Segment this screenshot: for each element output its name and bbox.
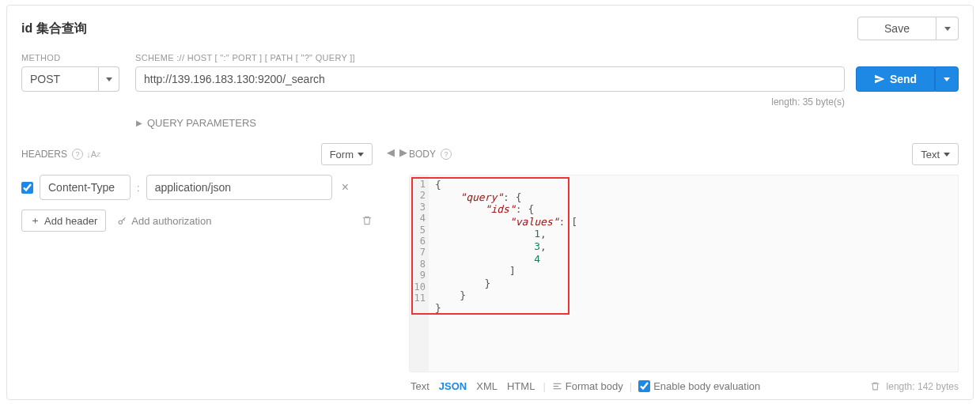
method-value[interactable]: POST: [21, 66, 99, 92]
svg-point-0: [119, 220, 122, 223]
save-button-group: Save: [857, 17, 959, 40]
headers-label: HEADERS: [21, 149, 67, 160]
enable-body-eval-label: Enable body evaluation: [653, 380, 760, 392]
add-authorization-label: Add authorization: [131, 215, 211, 227]
collapse-left-button[interactable]: ◀: [384, 146, 397, 158]
caret-down-icon: [944, 27, 951, 31]
columns: HEADERS ? ↓AZ Form : × ＋ Add h: [21, 143, 959, 392]
caret-down-icon: [944, 77, 950, 81]
sort-icon[interactable]: ↓AZ: [88, 149, 99, 160]
caret-down-icon: [944, 153, 950, 157]
body-format-xml[interactable]: XML: [475, 380, 499, 392]
caret-down-icon: [358, 153, 364, 157]
body-label-group: BODY ?: [409, 149, 452, 160]
line-gutter: 1234567891011: [410, 176, 429, 372]
triangle-right-icon: ▶: [136, 119, 142, 127]
plus-icon: ＋: [30, 213, 40, 228]
header-value-input[interactable]: [146, 175, 332, 200]
method-select-group: POST: [21, 66, 124, 92]
send-icon: [874, 74, 885, 85]
body-format-json[interactable]: JSON: [437, 380, 468, 392]
help-icon[interactable]: ?: [72, 149, 83, 160]
url-length-hint: length: 35 byte(s): [135, 96, 845, 108]
body-section-header: BODY ? Text: [409, 143, 959, 165]
add-header-button[interactable]: ＋ Add header: [21, 210, 106, 232]
body-type-label: Text: [921, 149, 940, 160]
title-row: id 集合查询 Save: [21, 17, 959, 40]
method-col: METHOD POST: [21, 53, 124, 92]
send-label: Send: [890, 73, 917, 85]
align-icon: [552, 381, 562, 391]
send-button[interactable]: Send: [856, 66, 935, 92]
save-button[interactable]: Save: [857, 17, 936, 40]
separator: |: [630, 380, 632, 392]
header-colon: :: [137, 182, 140, 194]
body-length-label: length: 142 bytes: [887, 381, 959, 392]
caret-down-icon: [106, 77, 112, 81]
url-label: SCHEME :// HOST [ ":" PORT ] [ PATH [ "?…: [135, 53, 845, 62]
collapse-right-button[interactable]: ▶: [397, 146, 410, 158]
request-card: id 集合查询 Save METHOD POST SCHEME :// HOST…: [6, 5, 974, 400]
separator: |: [543, 380, 545, 392]
header-key-input[interactable]: [40, 175, 131, 200]
headers-view-dropdown[interactable]: Form: [321, 143, 373, 165]
url-input[interactable]: [135, 66, 845, 92]
body-format-html[interactable]: HTML: [505, 380, 536, 392]
query-parameters-toggle[interactable]: ▶ QUERY PARAMETERS: [136, 117, 959, 129]
header-actions: ＋ Add header Add authorization: [21, 210, 373, 232]
body-footer: Text JSON XML HTML | Format body | Enabl…: [409, 380, 959, 392]
body-editor[interactable]: 1234567891011 { "query": { "ids": { "val…: [409, 175, 959, 372]
header-row: : ×: [21, 175, 373, 200]
send-button-group: Send: [856, 66, 959, 92]
code-content[interactable]: { "query": { "ids": { "values": [ 1, 3, …: [429, 176, 958, 372]
headers-section-header: HEADERS ? ↓AZ Form: [21, 143, 373, 165]
url-row: METHOD POST SCHEME :// HOST [ ":" PORT ]…: [21, 53, 959, 108]
add-authorization-button[interactable]: Add authorization: [117, 215, 211, 227]
clear-body-button[interactable]: [870, 381, 880, 391]
enable-body-eval-checkbox[interactable]: [638, 380, 650, 392]
clear-headers-button[interactable]: [361, 215, 373, 226]
key-icon: [117, 216, 127, 226]
headers-label-group: HEADERS ? ↓AZ: [21, 149, 99, 160]
headers-view-label: Form: [330, 149, 354, 160]
format-body-label: Format body: [566, 380, 623, 392]
body-type-dropdown[interactable]: Text: [912, 143, 959, 165]
trash-icon: [870, 381, 880, 391]
send-dropdown-button[interactable]: [935, 66, 959, 92]
method-dropdown-button[interactable]: [99, 66, 119, 92]
header-enabled-checkbox[interactable]: [21, 182, 33, 194]
add-header-label: Add header: [44, 215, 97, 227]
splitter: ◀ ▶: [385, 143, 409, 392]
trash-icon: [361, 215, 373, 226]
request-title: id 集合查询: [21, 21, 87, 37]
send-spacer: [856, 53, 959, 62]
help-icon[interactable]: ?: [441, 149, 452, 160]
query-parameters-label: QUERY PARAMETERS: [147, 117, 256, 129]
body-format-text[interactable]: Text: [409, 380, 431, 392]
method-label: METHOD: [21, 53, 124, 62]
format-body-button[interactable]: Format body: [552, 380, 623, 392]
body-label: BODY: [409, 149, 436, 160]
save-dropdown-button[interactable]: [936, 17, 959, 40]
body-panel: BODY ? Text 1234567891011 { "query": { "…: [409, 143, 959, 392]
remove-header-button[interactable]: ×: [339, 180, 352, 194]
body-length-group: length: 142 bytes: [870, 381, 959, 392]
url-col: SCHEME :// HOST [ ":" PORT ] [ PATH [ "?…: [135, 53, 845, 108]
enable-body-eval-toggle[interactable]: Enable body evaluation: [638, 380, 760, 392]
headers-panel: HEADERS ? ↓AZ Form : × ＋ Add h: [21, 143, 385, 392]
body-editor-wrap: 1234567891011 { "query": { "ids": { "val…: [409, 175, 959, 372]
send-col: Send: [856, 53, 959, 92]
